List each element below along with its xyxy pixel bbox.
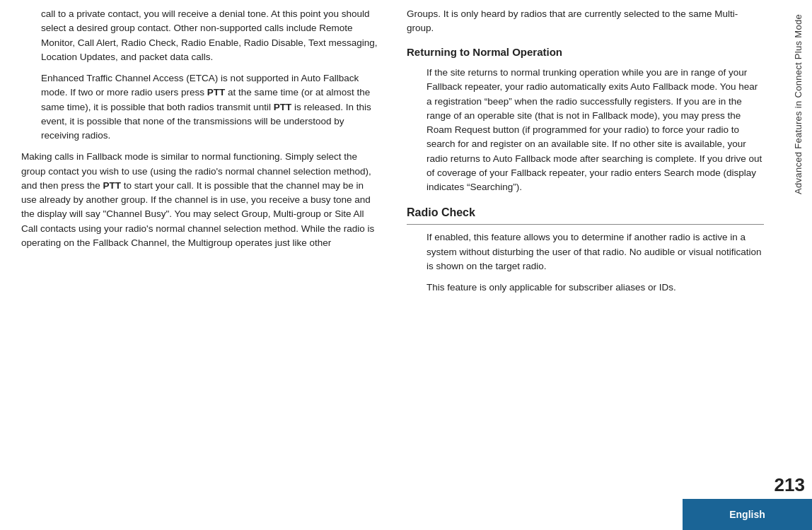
page-number-container: 213 — [683, 471, 812, 499]
page-number: 213 — [775, 474, 805, 496]
english-label: English — [729, 509, 765, 520]
left-para-1: call to a private contact, you will rece… — [41, 7, 378, 64]
right-column: Groups. It is only heard by radios that … — [403, 7, 764, 523]
returning-normal-para: If the site returns to normal trunking o… — [427, 66, 764, 194]
two-column-layout: call to a private contact, you will rece… — [21, 7, 764, 523]
ptt-bold-1: PTT — [207, 87, 226, 98]
left-column: call to a private contact, you will rece… — [21, 7, 382, 523]
radio-check-section: Radio Check If enabled, this feature all… — [407, 204, 764, 295]
sidebar-rotated-text: Advanced Features in Connect Plus Mode — [793, 14, 805, 194]
radio-check-para-2-block: This feature is only applicable for subs… — [427, 281, 764, 295]
radio-check-para-1-block: If enabled, this feature allows you to d… — [427, 230, 764, 273]
returning-normal-text: If the site returns to normal trunking o… — [427, 66, 764, 194]
returning-normal-section: Returning to Normal Operation If the sit… — [407, 45, 764, 195]
ptt-bold-2: PTT — [274, 102, 292, 112]
page-container: call to a private contact, you will rece… — [0, 0, 812, 530]
english-badge: English — [683, 499, 812, 530]
main-content: call to a private contact, you will rece… — [0, 0, 785, 530]
left-para-2: Enhanced Traffic Channel Access (ETCA) i… — [41, 71, 378, 143]
ptt-bold-3: PTT — [103, 180, 122, 191]
radio-check-para-1: If enabled, this feature allows you to d… — [427, 230, 764, 273]
left-para-1-block: call to a private contact, you will rece… — [41, 7, 378, 64]
returning-normal-heading: Returning to Normal Operation — [407, 45, 764, 61]
left-para-3: Making calls in Fallback mode is similar… — [21, 150, 378, 250]
sidebar-rotated: Advanced Features in Connect Plus Mode — [785, 0, 812, 530]
radio-check-para-2: This feature is only applicable for subs… — [427, 281, 764, 295]
right-para-intro: Groups. It is only heard by radios that … — [407, 7, 764, 36]
left-para-2-block: Enhanced Traffic Channel Access (ETCA) i… — [41, 71, 378, 143]
radio-check-heading: Radio Check — [407, 204, 764, 225]
